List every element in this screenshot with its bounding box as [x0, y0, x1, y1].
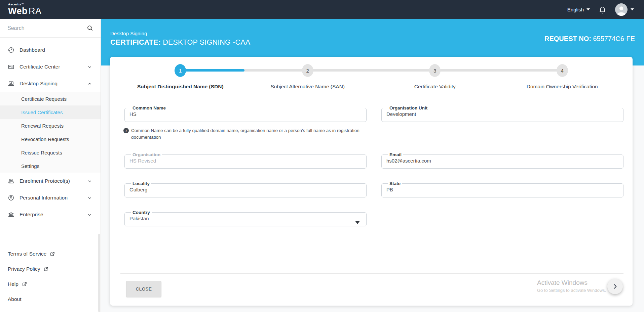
sidebar-item-renewal-requests[interactable]: Renewal Requests — [0, 119, 101, 132]
main-content: Desktop Signing CERTIFICATE: DESKTOP SIG… — [101, 19, 644, 312]
chevron-down-icon — [87, 196, 92, 200]
organisation-unit-input[interactable] — [386, 111, 618, 117]
step-circle: 3 — [429, 64, 441, 77]
sidebar-item-revocation-requests[interactable]: Revocation Requests — [0, 132, 101, 146]
chevron-down-icon — [87, 179, 92, 183]
page-title-label: CERTIFICATE: — [110, 38, 161, 46]
sidebar-item-label: Enterprise — [20, 212, 43, 218]
external-link-icon — [50, 251, 55, 257]
sdn-form: Common Name Organisation Unit i Common N… — [110, 97, 633, 226]
sidebar-item-personal-information[interactable]: Personal Information — [0, 189, 101, 206]
sidebar-item-enterprise[interactable]: Enterprise — [0, 206, 101, 223]
sidebar-item-settings[interactable]: Settings — [0, 159, 101, 173]
info-icon: i — [123, 128, 129, 133]
sidebar-item-desktop-signing[interactable]: Desktop Signing — [0, 75, 101, 92]
sidebar-item-label: Reissue Requests — [21, 150, 62, 155]
common-name-input[interactable] — [129, 111, 362, 117]
step-1-sdn[interactable]: 1 Subject Distinguished Name (SDN) — [117, 64, 244, 90]
desktop-signing-submenu: Certificate Requests Issued Certificates… — [0, 92, 101, 173]
step-label: Subject Distinguished Name (SDN) — [137, 84, 224, 90]
sidebar-item-label: Settings — [21, 163, 39, 169]
step-circle: 2 — [302, 64, 313, 77]
dashboard-icon — [8, 47, 14, 53]
step-circle: 1 — [175, 64, 186, 77]
state-input[interactable] — [386, 187, 618, 192]
sidebar-item-enrolment-protocols[interactable]: Enrolment Protocol(s) — [0, 173, 101, 189]
sidebar-item-reissue-requests[interactable]: Reissue Requests — [0, 146, 101, 159]
sidebar-item-label: Personal Information — [20, 195, 68, 201]
link-label: About — [8, 296, 22, 302]
link-label: Terms of Service — [8, 251, 46, 257]
sidebar-item-label: Dashboard — [20, 47, 45, 53]
state-label: State — [388, 181, 402, 186]
email-field: Email — [381, 152, 623, 169]
logo-web: Web — [8, 6, 28, 16]
watermark-line2: Go to Settings to activate Windows. — [537, 288, 606, 293]
locality-input[interactable] — [129, 187, 362, 192]
common-name-hint: i Common Name can be a fully qualified d… — [124, 127, 360, 141]
sidebar-item-label: Certificate Requests — [21, 96, 67, 102]
state-field: State — [381, 181, 623, 197]
request-number-value: 655774C6-FE — [591, 35, 635, 42]
chevron-right-icon — [612, 283, 618, 289]
request-number-label: REQUEST NO: — [544, 35, 591, 42]
common-name-label: Common Name — [131, 106, 167, 110]
step-3-certificate-validity[interactable]: 3 Certificate Validity — [371, 64, 499, 90]
step-2-san[interactable]: 2 Subject Alternative Name (SAN) — [244, 64, 372, 90]
organisation-field: Organisation — [124, 152, 367, 169]
activate-windows-watermark: Activate Windows Go to Settings to activ… — [537, 279, 606, 293]
country-label: Country — [131, 210, 152, 215]
watermark-line1: Activate Windows — [537, 279, 606, 286]
sidebar-search — [0, 19, 101, 38]
external-link-icon — [22, 281, 27, 287]
country-value[interactable] — [129, 216, 362, 221]
language-label: English — [567, 7, 584, 12]
sidebar-item-label: Renewal Requests — [21, 123, 64, 129]
chevron-up-icon — [87, 82, 92, 86]
privacy-policy-link[interactable]: Privacy Policy — [0, 261, 101, 276]
caret-down-icon — [586, 8, 590, 10]
certificate-center-icon — [8, 63, 14, 70]
next-step-button[interactable] — [607, 279, 623, 294]
sidebar-item-dashboard[interactable]: Dashboard — [0, 42, 101, 58]
organisation-input — [129, 158, 362, 164]
close-button[interactable]: CLOSE — [126, 281, 161, 297]
organisation-unit-field: Organisation Unit — [381, 106, 623, 122]
chevron-down-icon — [87, 213, 92, 217]
step-label: Subject Alternative Name (SAN) — [270, 84, 345, 90]
step-4-domain-ownership[interactable]: 4 Domain Ownership Verification — [499, 64, 626, 90]
email-label: Email — [388, 152, 403, 157]
sidebar-item-label: Desktop Signing — [20, 81, 58, 87]
caret-down-icon — [631, 8, 634, 10]
sidebar-item-issued-certificates[interactable]: Issued Certificates — [0, 105, 101, 119]
link-label: Privacy Policy — [8, 266, 40, 272]
sidebar-footer: Terms of Service Privacy Policy Help — [0, 246, 101, 312]
email-input[interactable] — [386, 158, 618, 164]
user-menu[interactable] — [615, 3, 634, 16]
select-caret-icon[interactable] — [355, 221, 360, 224]
country-select[interactable]: Country — [124, 210, 367, 226]
common-name-field: Common Name — [124, 106, 367, 122]
sidebar-item-label: Enrolment Protocol(s) — [20, 178, 70, 184]
external-link-icon — [43, 266, 49, 272]
chevron-down-icon — [87, 65, 92, 69]
language-selector[interactable]: English — [567, 7, 590, 12]
help-link[interactable]: Help — [0, 276, 101, 292]
search-icon[interactable] — [87, 25, 93, 31]
brand-logo: Ascertia™ WebRA — [0, 3, 42, 16]
sidebar-item-label: Revocation Requests — [21, 136, 69, 142]
sidebar-scrollbar[interactable] — [98, 234, 100, 312]
notifications-button[interactable] — [599, 5, 606, 14]
sidebar-item-label: Issued Certificates — [21, 109, 63, 115]
step-label: Certificate Validity — [414, 84, 456, 90]
sidebar-item-certificate-requests[interactable]: Certificate Requests — [0, 92, 101, 105]
hint-text: Common Name can be a fully qualified dom… — [131, 128, 359, 140]
sidebar-item-certificate-center[interactable]: Certificate Center — [0, 58, 101, 75]
about-link[interactable]: About — [0, 292, 101, 307]
search-input[interactable] — [7, 25, 87, 31]
desktop-signing-icon — [8, 80, 14, 87]
request-number: REQUEST NO: 655774C6-FE — [544, 35, 635, 43]
step-label: Domain Ownership Verification — [527, 84, 598, 90]
terms-of-service-link[interactable]: Terms of Service — [0, 246, 101, 261]
link-label: Help — [8, 281, 18, 287]
